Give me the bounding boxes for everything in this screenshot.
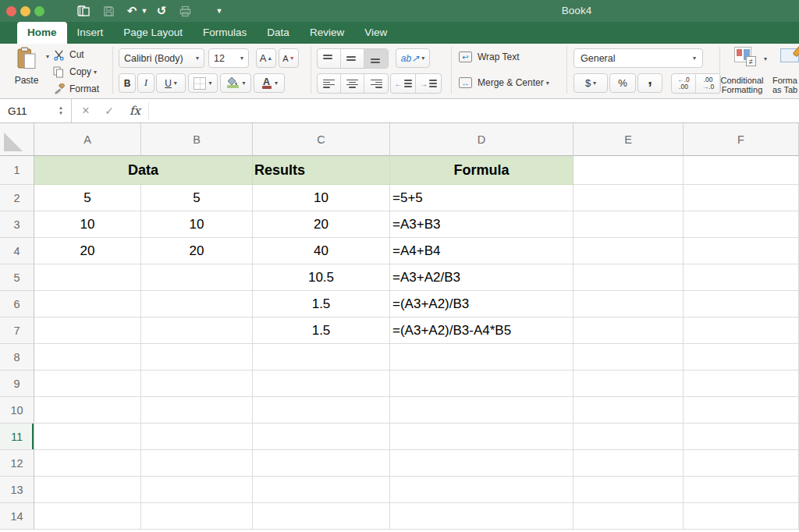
cell-e8[interactable] — [574, 344, 684, 371]
cell-d6[interactable]: =(A3+A2)/B3 — [390, 291, 574, 317]
align-left-button[interactable] — [318, 74, 341, 93]
cell-d5[interactable]: =A3+A2/B3 — [390, 264, 574, 291]
align-top-button[interactable] — [318, 49, 341, 68]
cell-e12[interactable] — [574, 450, 684, 477]
cell-f14[interactable] — [684, 503, 799, 530]
paste-dropdown-icon[interactable]: ▾ — [46, 53, 49, 60]
cell-b10[interactable] — [141, 397, 253, 424]
bold-button[interactable]: B — [119, 73, 136, 93]
align-bottom-button[interactable] — [364, 49, 388, 68]
row-header-2[interactable]: 2 — [0, 185, 34, 211]
borders-dropdown-icon[interactable]: ▾ — [208, 80, 211, 87]
cell-c11[interactable] — [253, 424, 390, 450]
cell-f5[interactable] — [684, 264, 799, 291]
row-header-7[interactable]: 7 — [0, 317, 34, 344]
cell-c2[interactable]: 10 — [253, 185, 390, 211]
tab-review[interactable]: Review — [300, 22, 354, 44]
cell-d12[interactable] — [390, 450, 574, 477]
cell-b5[interactable] — [141, 264, 253, 291]
cell-c4[interactable]: 40 — [253, 238, 390, 264]
row-header-1[interactable]: 1 — [0, 156, 34, 185]
cell-a5[interactable] — [34, 264, 141, 291]
italic-button[interactable]: I — [137, 73, 154, 93]
cell-b4[interactable]: 20 — [141, 238, 253, 264]
select-all-corner[interactable] — [0, 123, 34, 156]
column-header-c[interactable]: C — [253, 123, 390, 156]
currency-button[interactable]: $ ▾ — [574, 73, 608, 93]
cell-f6[interactable] — [684, 291, 799, 317]
font-color-dropdown-icon[interactable]: ▾ — [275, 80, 278, 87]
cell-b11[interactable] — [141, 424, 253, 450]
orientation-dropdown-icon[interactable]: ▾ — [421, 55, 424, 62]
cell-f2[interactable] — [684, 185, 799, 211]
cell-e11[interactable] — [574, 424, 684, 450]
cell-b14[interactable] — [141, 503, 253, 530]
row-header-4[interactable]: 4 — [0, 238, 34, 264]
cell-a6[interactable] — [34, 291, 141, 317]
column-header-d[interactable]: D — [390, 123, 574, 156]
cell-c7[interactable]: 1.5 — [253, 317, 390, 344]
format-painter-button[interactable]: Format — [53, 83, 99, 95]
cell-e4[interactable] — [574, 238, 684, 264]
cell-e7[interactable] — [574, 317, 684, 344]
wrap-text-button[interactable]: ↩ Wrap Text — [459, 50, 520, 64]
cell-d2[interactable]: =5+5 — [390, 185, 574, 211]
cell-c3[interactable]: 20 — [253, 211, 390, 238]
comma-style-button[interactable]: , — [637, 73, 662, 93]
cell-f7[interactable] — [684, 317, 799, 344]
cell-c1-results[interactable]: Results — [253, 156, 390, 185]
cell-e13[interactable] — [574, 477, 684, 503]
close-button[interactable] — [6, 6, 16, 16]
redo-icon[interactable]: ↺ — [153, 3, 170, 19]
cell-e5[interactable] — [574, 264, 684, 291]
underline-button[interactable]: U ▾ — [156, 73, 186, 93]
increase-font-size-button[interactable]: A ▲ — [256, 48, 276, 68]
cell-f11[interactable] — [684, 424, 799, 450]
cell-d7[interactable]: =(A3+A2)/B3-A4*B5 — [390, 317, 574, 344]
cell-c6[interactable]: 1.5 — [253, 291, 390, 317]
increase-indent-button[interactable]: → — [416, 74, 441, 93]
column-header-b[interactable]: B — [141, 123, 253, 156]
cell-b7[interactable] — [141, 317, 253, 344]
cell-c8[interactable] — [253, 344, 390, 371]
align-middle-button[interactable] — [341, 49, 364, 68]
cell-c13[interactable] — [253, 477, 390, 503]
cancel-icon[interactable]: × — [78, 99, 94, 122]
row-header-9[interactable]: 9 — [0, 371, 34, 397]
merge-center-dropdown-icon[interactable]: ▾ — [546, 80, 549, 87]
cell-e2[interactable] — [574, 185, 684, 211]
cut-button[interactable]: Cut — [53, 48, 84, 61]
cell-d9[interactable] — [390, 371, 574, 397]
cell-a7[interactable] — [34, 317, 141, 344]
conditional-formatting-dropdown-icon[interactable]: ▾ — [764, 55, 767, 62]
column-header-a[interactable]: A — [34, 123, 141, 156]
borders-button[interactable]: ▾ — [188, 73, 218, 93]
conditional-formatting-button[interactable]: ≠ — [727, 47, 758, 62]
tab-formulas[interactable]: Formulas — [193, 22, 257, 44]
row-header-14[interactable]: 14 — [0, 503, 34, 530]
cell-a9[interactable] — [34, 371, 141, 397]
cell-e14[interactable] — [574, 503, 684, 530]
cell-e10[interactable] — [574, 397, 684, 424]
save-icon[interactable] — [100, 3, 117, 19]
undo-dropdown-icon[interactable]: ▼ — [140, 3, 148, 19]
cell-a11[interactable] — [34, 424, 141, 450]
customize-toolbar-icon[interactable]: ▼ — [211, 3, 228, 19]
cell-e6[interactable] — [574, 291, 684, 317]
cell-c5[interactable]: 10.5 — [253, 264, 390, 291]
cell-d8[interactable] — [390, 344, 574, 371]
row-header-13[interactable]: 13 — [0, 477, 34, 503]
cell-b8[interactable] — [141, 344, 253, 371]
cell-b9[interactable] — [141, 371, 253, 397]
cell-f8[interactable] — [684, 344, 799, 371]
font-family-select[interactable]: Calibri (Body) ▾ — [119, 48, 204, 68]
align-center-button[interactable] — [341, 74, 364, 93]
cell-c12[interactable] — [253, 450, 390, 477]
workbook-view-icon[interactable] — [75, 3, 92, 19]
formula-input[interactable] — [150, 99, 799, 122]
copy-button[interactable]: Copy ▾ — [53, 66, 97, 78]
font-color-button[interactable]: A ▾ — [254, 73, 285, 93]
cell-a4[interactable]: 20 — [34, 238, 141, 264]
insert-function-icon[interactable]: fx — [127, 99, 143, 122]
cell-d11[interactable] — [390, 424, 574, 450]
